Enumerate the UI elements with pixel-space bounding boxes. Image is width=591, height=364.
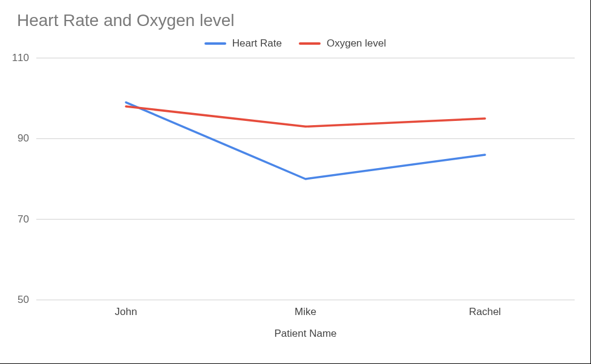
y-tick-3: 110: [12, 52, 29, 64]
legend: Heart Rate Oxygen level: [0, 37, 590, 50]
plot-area: 50 70 90 110 John Mike Rachel Patient Na…: [36, 58, 575, 300]
chart-series: [126, 102, 485, 179]
y-tick-0: 50: [18, 294, 29, 306]
plot-svg: [36, 58, 575, 300]
y-tick-1: 70: [18, 213, 29, 226]
y-tick-2: 90: [18, 132, 29, 145]
series-heart-rate: [126, 102, 485, 179]
chart-container: Heart Rate and Oxygen level Heart Rate O…: [0, 0, 591, 364]
x-tick-1: Mike: [295, 306, 316, 318]
legend-item-heart-rate: Heart Rate: [204, 37, 282, 50]
series-oxygen-level: [126, 106, 485, 126]
x-tick-2: Rachel: [469, 306, 501, 318]
legend-swatch-oxygen-level: [299, 42, 321, 45]
legend-item-oxygen-level: Oxygen level: [299, 37, 386, 50]
chart-title: Heart Rate and Oxygen level: [17, 11, 235, 30]
legend-swatch-heart-rate: [204, 42, 226, 45]
x-axis-title: Patient Name: [36, 328, 575, 340]
legend-label-heart-rate: Heart Rate: [232, 37, 282, 50]
x-tick-0: John: [115, 306, 137, 318]
legend-label-oxygen-level: Oxygen level: [327, 37, 386, 50]
